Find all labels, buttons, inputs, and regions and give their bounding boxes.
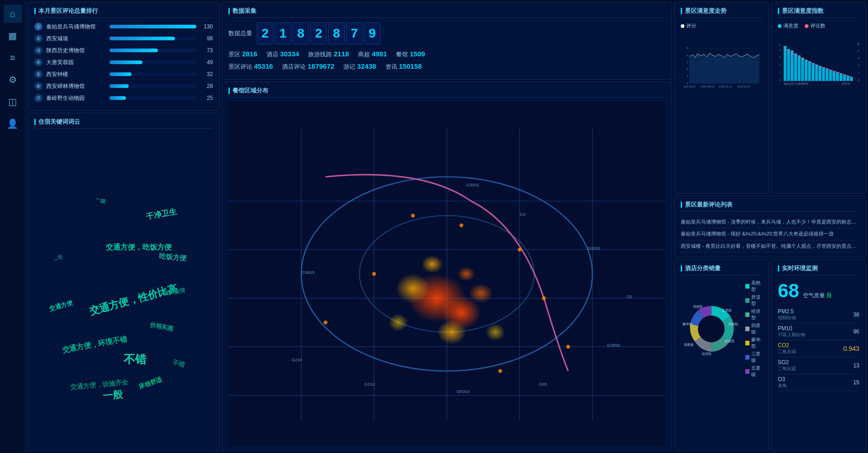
svg-text:豪华型: 豪华型 [683, 322, 692, 326]
sidebar-list-icon[interactable]: ≡ [4, 49, 22, 67]
env-sub: 二氧化碳 [778, 349, 796, 355]
hotel-sales-title: 酒店分类销量 [681, 264, 762, 275]
svg-point-94 [698, 316, 724, 342]
word-cloud-word: 一字 [52, 253, 65, 264]
rank-bar [109, 96, 126, 100]
map-title: 餐馆区域分布 [228, 87, 665, 98]
rank-num: ⑦ [34, 94, 43, 102]
legend-satisfaction: 满意度 [778, 22, 798, 29]
rank-num: ④ [34, 58, 43, 66]
rank-value: 49 [200, 59, 213, 65]
env-row: PM2.5 细颗粒物 38 [778, 306, 859, 323]
data-stat: 商超 4981 [358, 50, 387, 59]
digit: 7 [346, 22, 363, 44]
hotel-legend-1: 高档型 [745, 280, 762, 293]
rank-bar-bg [109, 49, 196, 52]
svg-text:G210: G210 [292, 357, 302, 362]
trend-legend: 评分 [681, 22, 762, 29]
legend-rev-label: 评论数 [810, 22, 825, 29]
rank-item: ⑥ 西安碑林博物馆 28 [34, 82, 213, 90]
svg-rect-72 [784, 46, 787, 81]
stat-value: 2816 [242, 50, 257, 58]
svg-text:2019-02-21: 2019-02-21 [737, 85, 750, 88]
svg-point-20 [457, 267, 475, 281]
svg-text:4: 4 [687, 54, 689, 57]
sidebar-settings-icon[interactable]: ⚙ [4, 71, 22, 89]
rank-name: 秦始皇兵马俑博物馆 [46, 23, 106, 31]
svg-text:G65: G65 [539, 382, 547, 387]
sidebar-user-icon[interactable]: 👤 [4, 115, 22, 133]
datacollect-panel: 数据采集 数据总量 2182879 景区 2816酒店 30334旅游线路 21… [222, 2, 672, 80]
data-stat: 旅游线路 2118 [308, 50, 349, 59]
env-name: CO2 [778, 342, 796, 349]
stats-row1: 景区 2816酒店 30334旅游线路 2118商超 4981餐馆 1509 [228, 50, 665, 59]
word-cloud-word: 价格实惠 [149, 321, 174, 333]
rank-bar-bg [109, 84, 196, 88]
rank-item: ① 秦始皇兵马俑博物馆 130 [34, 22, 213, 31]
svg-rect-78 [804, 60, 807, 81]
review-item: 秦始皇兵马俑博物馆 - 淡季的时候，来兵马俑，人也不少！毕竟是西安的标志旅游点，… [681, 216, 859, 228]
review-item: 西安城楼 - 夜景比白天好看，登楼不如不登。纯属个人观点，尽管西安的景点都是要用… [681, 240, 859, 252]
rank-bar-bg [109, 72, 196, 76]
env-row: CO2 二氧化碳 0.943 [778, 340, 859, 357]
svg-text:G3: G3 [520, 212, 526, 217]
env-name: O3 [778, 376, 787, 382]
svg-text:五星级: 五星级 [722, 309, 732, 313]
word-cloud-word: 不错 [172, 358, 186, 370]
svg-text:5: 5 [687, 47, 688, 49]
satisfaction-trend-title: 景区满意度走势 [681, 7, 762, 18]
digit: 8 [328, 22, 345, 44]
rank-item: ③ 陕西历史博物馆 73 [34, 46, 213, 55]
environment-title: 实时环境监测 [778, 264, 859, 275]
sidebar-home-icon[interactable]: ⌂ [4, 5, 22, 23]
env-name-group: CO2 二氧化碳 [778, 342, 796, 355]
rank-name: 西安钟楼 [46, 71, 106, 78]
reviews-title: 景区最新评论列表 [681, 201, 859, 212]
satisfaction-trend-panel: 景区满意度走势 评分 [674, 2, 769, 194]
hotel-legend-7: 五星级 [745, 365, 762, 378]
word-cloud-word: 交通方便，性价比高 [88, 282, 179, 318]
svg-text:舒适型: 舒适型 [725, 339, 734, 343]
svg-point-17 [469, 284, 493, 303]
env-value: 96 [853, 328, 859, 335]
stat-value: 30334 [280, 50, 299, 58]
svg-point-26 [324, 321, 327, 324]
legend-sat-dot [778, 24, 781, 28]
env-name-group: SO2 二氧化硫 [778, 359, 796, 372]
env-row: PM10 可吸入颗粒物 96 [778, 323, 859, 340]
env-sub: 二氧化硫 [778, 366, 796, 372]
aqi-label: 空气质量 [803, 292, 825, 299]
wordcloud-title: 住宿关键词词云 [34, 118, 213, 129]
svg-text:经济型: 经济型 [702, 352, 711, 356]
rank-value: 28 [200, 83, 213, 89]
svg-rect-88 [840, 73, 842, 81]
svg-text:高档型: 高档型 [728, 322, 738, 326]
svg-text:2018-08-24: 2018-08-24 [701, 85, 715, 88]
sidebar-box-icon[interactable]: ◫ [4, 93, 22, 111]
env-name: PM10 [778, 325, 805, 332]
stat-value: 45316 [254, 62, 273, 70]
rank-name: 西安碑林博物馆 [46, 82, 106, 90]
reviews-list: 秦始皇兵马俑博物馆 - 淡季的时候，来兵马俑，人也不少！毕竟是西安的标志旅游点，… [681, 216, 859, 252]
svg-text:G3003: G3003 [301, 270, 315, 275]
rankings-panel: 本月景区评论总量排行 ① 秦始皇兵马俑博物馆 130 ② 西安城墙 98 ③ 陕… [27, 2, 220, 111]
legend-rev-dot [805, 24, 808, 28]
sidebar: ⌂ ▦ ≡ ⚙ ◫ 👤 [0, 0, 26, 453]
env-value: 13 [853, 362, 859, 369]
legend-reviews: 评论数 [805, 22, 825, 29]
hotel-label-5: 豪华型 [751, 337, 763, 349]
rank-bar [109, 37, 175, 40]
data-stat: 餐馆 1509 [396, 50, 425, 59]
digit-box: 2182879 [257, 22, 380, 44]
hotel-color-6 [745, 355, 749, 360]
data-stat: 资讯 150158 [385, 62, 422, 71]
svg-text:5: 5 [779, 44, 781, 47]
rank-name: 西安城墙 [46, 35, 106, 43]
svg-rect-84 [825, 68, 828, 81]
rank-value: 32 [200, 71, 213, 77]
svg-text:3: 3 [687, 61, 688, 64]
hotel-color-2 [745, 298, 749, 303]
hotel-legend-5: 豪华型 [745, 337, 762, 349]
sidebar-chart-icon[interactable]: ▦ [4, 27, 22, 45]
env-metrics: PM2.5 细颗粒物 38 PM10 可吸入颗粒物 96 CO2 二氧化碳 0.… [778, 306, 859, 391]
